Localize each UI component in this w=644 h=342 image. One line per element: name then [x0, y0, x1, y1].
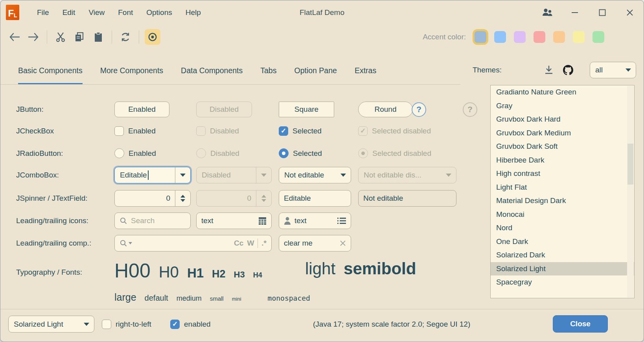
spinner-arrows[interactable]	[175, 190, 190, 206]
close-window-button[interactable]	[616, 0, 644, 25]
checkbox-enabled[interactable]	[114, 126, 124, 136]
leading-comp-label: Leading/trailing comp.:	[16, 235, 91, 251]
match-case-icon[interactable]: Cc	[234, 239, 243, 248]
textfield-editable-value[interactable]: Editable	[284, 194, 311, 203]
enabled-button[interactable]: Enabled	[114, 102, 169, 117]
accent-swatch[interactable]	[514, 31, 526, 43]
download-icon[interactable]	[544, 65, 554, 75]
theme-list-item[interactable]: High contrast	[491, 167, 634, 181]
spinner[interactable]: 0	[114, 190, 191, 207]
regex-icon[interactable]: .*	[261, 239, 267, 248]
eye-toggle-button[interactable]	[145, 29, 160, 45]
combobox-not-editable[interactable]: Not editable	[279, 167, 351, 183]
search-with-options-field[interactable]: Cc W .*	[114, 235, 272, 251]
cut-button[interactable]	[53, 29, 68, 45]
radio-enabled[interactable]	[114, 148, 124, 158]
accent-swatch[interactable]	[534, 31, 545, 43]
accent-swatch[interactable]	[592, 31, 604, 43]
menu-item[interactable]: Options	[140, 6, 178, 19]
combobox-arrow[interactable]	[79, 316, 94, 332]
combobox-editable[interactable]: Editable	[114, 167, 191, 183]
theme-filter-combo[interactable]: all	[590, 62, 636, 78]
theme-list-item[interactable]: Hiberbee Dark	[491, 153, 634, 167]
theme-list-item[interactable]: Nord	[491, 221, 634, 235]
textfield-editable[interactable]: Editable	[279, 190, 351, 207]
accent-swatch[interactable]	[553, 31, 565, 43]
users-icon[interactable]	[534, 0, 561, 25]
forward-button[interactable]	[26, 29, 41, 45]
search-placeholder[interactable]: Search	[131, 216, 155, 225]
clear-me-field[interactable]: clear me	[279, 235, 351, 251]
text-field-value[interactable]: text	[294, 216, 307, 225]
tab[interactable]: Basic Components	[18, 59, 83, 85]
theme-list-item[interactable]: Gruvbox Dark Medium	[491, 126, 634, 140]
accent-swatch[interactable]	[494, 31, 506, 43]
checkbox-selected[interactable]: ✓	[279, 126, 288, 136]
tab[interactable]: Extras	[355, 59, 376, 85]
minimize-button[interactable]	[561, 0, 589, 25]
close-button[interactable]: Close	[553, 315, 608, 333]
help-button[interactable]: ?	[412, 102, 426, 117]
theme-list-scrollbar[interactable]	[627, 86, 634, 298]
text-field-value[interactable]: text	[201, 216, 213, 225]
list-icon[interactable]	[337, 217, 346, 224]
accent-swatch[interactable]	[573, 31, 585, 43]
typography-sizes: largedefaultmediumsmallminimonospaced	[114, 292, 310, 306]
theme-list-item[interactable]: Material Design Dark	[491, 194, 634, 208]
menu-item[interactable]: Font	[111, 6, 140, 19]
back-button[interactable]	[7, 29, 22, 45]
theme-list-item[interactable]: Solarized Light	[491, 262, 634, 276]
titlebar: FL FileEditViewFontOptionsHelp FlatLaf D…	[0, 0, 644, 25]
tab[interactable]: Data Components	[181, 59, 243, 85]
tab[interactable]: Option Pane	[294, 59, 337, 85]
search-field[interactable]: Search	[114, 213, 191, 229]
theme-list-item[interactable]: Spacegray	[491, 275, 634, 289]
combobox-arrow[interactable]	[335, 167, 351, 183]
refresh-button[interactable]	[118, 29, 133, 45]
tab[interactable]: Tabs	[260, 59, 276, 85]
rtl-checkbox[interactable]	[102, 320, 111, 329]
github-icon[interactable]	[562, 64, 574, 76]
app-logo-icon[interactable]: FL	[6, 5, 19, 20]
themes-header: Themes:	[473, 62, 502, 78]
theme-list-item[interactable]: Gruvbox Dark Soft	[491, 140, 634, 153]
maximize-button[interactable]	[589, 0, 616, 25]
radio-selected[interactable]	[279, 148, 289, 158]
calendar-icon[interactable]	[258, 217, 267, 225]
clear-icon[interactable]	[340, 240, 346, 246]
menu-item[interactable]: Help	[179, 6, 208, 19]
paste-button[interactable]	[90, 29, 106, 45]
menu-item[interactable]: View	[82, 6, 111, 19]
spinner-value[interactable]: 0	[115, 194, 175, 203]
theme-switcher-combo[interactable]: Solarized Light	[8, 316, 94, 333]
theme-list-item[interactable]: One Dark	[491, 235, 634, 249]
combobox-arrow[interactable]	[620, 62, 636, 78]
tab[interactable]: More Components	[100, 59, 163, 85]
whole-word-icon[interactable]: W	[247, 239, 254, 248]
combobox-arrow[interactable]	[175, 167, 190, 183]
scrollbar-thumb[interactable]	[627, 144, 633, 185]
round-button[interactable]: Round	[358, 102, 413, 117]
copy-button[interactable]	[72, 29, 87, 45]
tabbar: Basic ComponentsMore ComponentsData Comp…	[18, 59, 376, 85]
accent-swatch[interactable]	[475, 31, 486, 43]
theme-list-item[interactable]: Gray	[491, 99, 634, 113]
jradiobutton-label: JRadioButton:	[16, 148, 63, 158]
square-button[interactable]: Square	[279, 102, 334, 117]
theme-list-item[interactable]: Solarized Dark	[491, 248, 634, 262]
menu-item[interactable]: Edit	[56, 6, 82, 19]
menu-item[interactable]: File	[30, 6, 56, 19]
radio-disabled-label: Disabled	[210, 149, 239, 158]
enabled-checkbox[interactable]: ✓	[170, 320, 180, 329]
text-field-user-list[interactable]: text	[279, 213, 351, 229]
theme-list-item[interactable]: Monocai	[491, 208, 634, 222]
search-dropdown-icon[interactable]	[120, 239, 132, 247]
theme-list-item[interactable]: Gradianto Nature Green	[491, 85, 634, 99]
text-field-calendar[interactable]: text	[196, 213, 272, 229]
rtl-option: right-to-left	[102, 316, 151, 333]
combobox-arrow	[256, 167, 271, 183]
clear-me-value[interactable]: clear me	[284, 239, 313, 248]
theme-list-item[interactable]: Gruvbox Dark Hard	[491, 113, 634, 126]
combobox-editable-value[interactable]: Editable	[120, 171, 147, 179]
theme-list-item[interactable]: Light Flat	[491, 181, 634, 194]
